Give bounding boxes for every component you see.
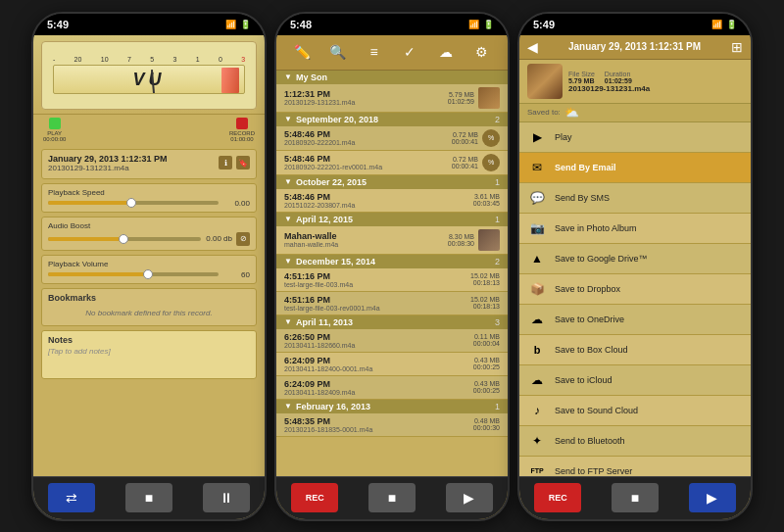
- share-google-drive[interactable]: ▲ Save to Google Drive™: [519, 244, 751, 274]
- group-dec-2014[interactable]: ▼ December 15, 2014 2: [276, 255, 508, 268]
- recording-item[interactable]: 1:12:31 PM 20130129-131231.m4a 5.79 MB01…: [276, 84, 508, 113]
- phone-2: 5:48 📶 🔋 ✏️ 🔍 ≡ ✓ ☁ ⚙ ▼ My Son: [274, 12, 510, 521]
- recording-item[interactable]: 5:48:46 PM 20180920-222201-rev0001.m4a 0…: [276, 151, 508, 175]
- playback-speed-thumb[interactable]: [126, 198, 136, 208]
- icloud-icon: ☁: [527, 370, 547, 390]
- share-box-cloud[interactable]: b Save to Box Cloud: [519, 335, 751, 365]
- rec-time: 5:48:46 PM: [284, 154, 448, 164]
- rec-size: 3.61 MB00:03:45: [473, 193, 500, 207]
- share-onedrive[interactable]: ☁ Save to OneDrive: [519, 305, 751, 335]
- file-size-value: 5.79 MB: [568, 77, 595, 84]
- stop-button-2[interactable]: ■: [368, 483, 416, 512]
- phone3-bottom-bar: REC ■ ▶: [519, 476, 751, 519]
- share-soundcloud[interactable]: ♪ Save to Sound Cloud: [519, 396, 751, 426]
- playback-volume-thumb[interactable]: [143, 269, 153, 279]
- recording-item[interactable]: 6:24:09 PM 20130411-182400-0001.m4a 0.43…: [276, 353, 508, 376]
- play-button-3[interactable]: ▶: [689, 483, 736, 512]
- search-icon[interactable]: 🔍: [324, 38, 352, 66]
- recording-item[interactable]: 4:51:16 PM test-large-file-003.m4a 15.02…: [276, 268, 508, 292]
- recording-item[interactable]: 5:48:35 PM 20130216-181835-0001.m4a 0.48…: [276, 413, 508, 437]
- group-title-5: December 15, 2014: [296, 257, 375, 266]
- soundcloud-icon: ♪: [527, 401, 547, 420]
- group-apr-2015[interactable]: ▼ April 12, 2015 1: [276, 213, 508, 226]
- rec-size: 8.30 MB00:08:30: [448, 233, 474, 247]
- rec-info: 5:48:46 PM 20151022-203807.m4a: [284, 192, 469, 209]
- rec-filename: 20151022-203807.m4a: [284, 202, 469, 209]
- grid-view-icon[interactable]: ⊞: [731, 39, 743, 55]
- info-icon[interactable]: ℹ: [219, 156, 232, 169]
- recording-avatar: [527, 64, 563, 99]
- group-feb-2013[interactable]: ▼ February 16, 2013 1: [276, 400, 508, 413]
- playback-speed-section: Playback Speed 0.00: [41, 183, 257, 213]
- red-dot: [236, 118, 248, 129]
- google-drive-label: Save to Google Drive™: [555, 254, 648, 264]
- share-menu-list[interactable]: ▶ Play ✉ Send By Email 💬 Send By SMS 📷 S…: [519, 122, 751, 476]
- share-icloud[interactable]: ☁ Save to iCloud: [519, 365, 751, 396]
- stop-button-3[interactable]: ■: [612, 483, 659, 512]
- ftp-label: Send to FTP Server: [555, 466, 632, 476]
- settings-icon[interactable]: ⚙: [468, 38, 496, 66]
- rec-time: 5:48:46 PM: [284, 192, 469, 202]
- audio-boost-thumb[interactable]: [119, 234, 128, 244]
- playback-volume-value: 60: [222, 270, 250, 279]
- notes-title: Notes: [48, 335, 250, 345]
- loop-button[interactable]: ⇄: [48, 483, 95, 512]
- rec-filename: 20130216-181835-0001.m4a: [284, 426, 469, 433]
- share-save-photo[interactable]: 📷 Save in Photo Album: [519, 214, 751, 244]
- phone2-bottom-bar: REC ■ ▶: [276, 476, 508, 519]
- boost-settings-icon[interactable]: ⊘: [236, 232, 250, 246]
- bookmark-icon[interactable]: 🔖: [236, 156, 250, 169]
- share-header-title: January 29, 2013 1:12:31 PM: [544, 41, 725, 52]
- file-size-block: File Size 5.79 MB: [568, 71, 595, 84]
- check-icon[interactable]: ✓: [396, 38, 423, 66]
- share-dropbox[interactable]: 📦 Save to Dropbox: [519, 274, 751, 305]
- recording-item[interactable]: 6:26:50 PM 20130411-182660.m4a 0.11 MB00…: [276, 329, 508, 353]
- playback-volume-slider-row: 60: [48, 270, 250, 279]
- box-cloud-label: Save to Box Cloud: [555, 345, 628, 355]
- share-send-email[interactable]: ✉ Send By Email: [519, 153, 751, 183]
- group-triangle-5: ▼: [284, 257, 292, 266]
- recording-item[interactable]: 5:48:46 PM 20180920-222201.m4a 0.72 MB00…: [276, 126, 508, 151]
- duration-block: Duration 01:02:59: [605, 71, 632, 84]
- rec-size: 0.72 MB00:00:41: [452, 131, 478, 145]
- sort-icon[interactable]: ≡: [361, 38, 388, 66]
- rec-info: 4:51:16 PM test-large-file-003-rev0001.m…: [284, 295, 466, 312]
- group-sep-2018[interactable]: ▼ September 20, 2018 2: [276, 113, 508, 126]
- play-button-2[interactable]: ▶: [446, 483, 493, 512]
- cloud-icon[interactable]: ☁: [432, 38, 460, 66]
- group-my-son[interactable]: ▼ My Son: [276, 71, 508, 84]
- rec-time: 6:24:09 PM: [284, 356, 469, 365]
- share-bluetooth[interactable]: ✦ Send to Bluetooth: [519, 426, 751, 457]
- share-ftp[interactable]: FTP Send to FTP Server: [519, 457, 751, 476]
- rec-size: 5.79 MB01:02:59: [448, 91, 474, 105]
- recording-item[interactable]: Mahan-walle mahan-walle.m4a 8.30 MB00:08…: [276, 226, 508, 255]
- vu-meter-area: - 20 10 7 5 3 1 0 3 VU: [33, 35, 265, 115]
- share-send-sms[interactable]: 💬 Send By SMS: [519, 183, 751, 214]
- group-apr-2013[interactable]: ▼ April 11, 2013 3: [276, 315, 508, 329]
- recording-item[interactable]: 5:48:46 PM 20151022-203807.m4a 3.61 MB00…: [276, 189, 508, 213]
- status-bar-2: 5:48 📶 🔋: [276, 14, 508, 35]
- stop-button-1[interactable]: ■: [125, 483, 172, 512]
- audio-boost-track[interactable]: [48, 237, 201, 241]
- status-icons-3: 📶 🔋: [711, 20, 737, 29]
- share-play[interactable]: ▶ Play: [519, 122, 751, 153]
- pause-button[interactable]: ⏸: [203, 483, 250, 512]
- file-action-icons: ℹ 🔖: [219, 156, 250, 169]
- email-icon: ✉: [527, 158, 547, 177]
- playback-volume-track[interactable]: [48, 272, 219, 276]
- record-button-3[interactable]: REC: [534, 483, 581, 512]
- record-button-2[interactable]: REC: [291, 483, 338, 512]
- back-button[interactable]: ◀: [527, 39, 538, 55]
- rec-time: Mahan-walle: [284, 231, 444, 241]
- ftp-icon: FTP: [527, 461, 547, 476]
- group-oct-2015[interactable]: ▼ October 22, 2015 1: [276, 175, 508, 189]
- recording-item[interactable]: 6:24:09 PM 20130411-182409.m4a 0.43 MB00…: [276, 376, 508, 400]
- status-bar-1: 5:49 📶 🔋: [33, 14, 265, 35]
- edit-icon[interactable]: ✏️: [288, 38, 316, 66]
- rec-thumb: [478, 87, 500, 109]
- recording-item[interactable]: 4:51:16 PM test-large-file-003-rev0001.m…: [276, 292, 508, 315]
- playback-speed-track[interactable]: [48, 201, 219, 205]
- recordings-list[interactable]: ▼ My Son 1:12:31 PM 20130129-131231.m4a …: [276, 71, 508, 476]
- save-to-cloud-icon[interactable]: ⛅: [564, 106, 579, 120]
- notes-section[interactable]: Notes [Tap to add notes]: [41, 330, 257, 379]
